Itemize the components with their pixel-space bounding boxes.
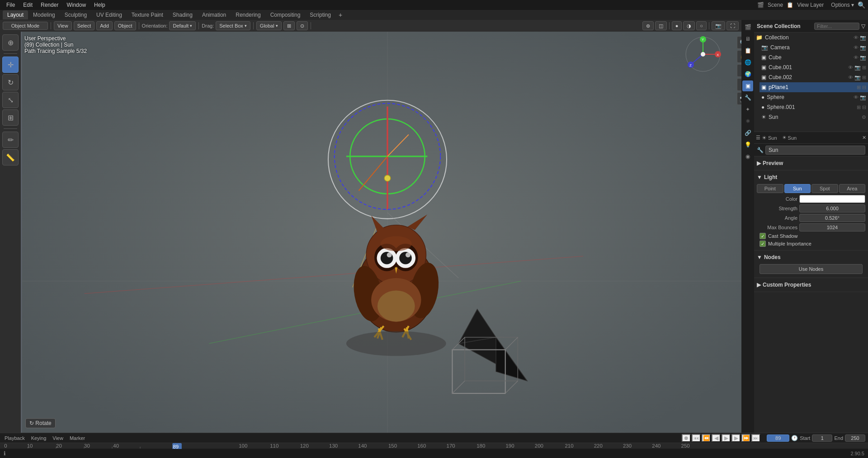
physics-props-icon[interactable]: ⚛ [742,116,753,127]
multiple-importance-checkbox[interactable]: ✓ [760,241,766,247]
playback-menu[interactable]: Playback [3,435,27,441]
particles-props-icon[interactable]: ✦ [742,104,753,115]
tab-layout[interactable]: Layout [3,10,28,19]
menu-edit[interactable]: Edit [19,1,36,9]
transform-dropdown[interactable]: Global ▾ [256,21,282,30]
prev-frame-btn[interactable]: ⏪ [702,434,711,442]
outliner-search[interactable] [814,23,859,30]
main-viewport[interactable]: User Perspective (89) Collection | Sun P… [21,32,754,433]
measure-tool[interactable]: 📏 [2,149,19,165]
tab-compositing[interactable]: Compositing [266,10,305,19]
jump-end-btn[interactable]: ⏭ [751,434,760,442]
light-section-header[interactable]: ▼ Light [757,172,865,182]
maximize-btn[interactable]: ⛶ [726,21,739,30]
data-props-icon[interactable]: 💡 [742,139,753,150]
record-btn[interactable]: ⏺ [682,434,691,442]
tab-rendering[interactable]: Rendering [231,10,265,19]
next-frame-btn[interactable]: ⏩ [741,434,750,442]
tab-animation[interactable]: Animation [198,10,231,19]
marker-menu[interactable]: Marker [68,435,87,441]
view-layer-name[interactable]: View Layer [797,2,824,8]
annotate-tool[interactable]: ✏ [2,132,19,148]
select-menu[interactable]: Select [74,21,95,30]
render-props-icon[interactable]: 🎬 [742,22,753,33]
transform-tool[interactable]: ⊞ [2,109,19,126]
next-keyframe-btn[interactable]: ▶ [731,434,741,442]
menu-file[interactable]: File [3,1,19,9]
options-btn[interactable]: Options ▾ [831,2,854,8]
object-menu[interactable]: Object [114,21,136,30]
outliner-item-cube001[interactable]: ▣ Cube.001 👁 📷 ⊞ [760,62,868,72]
play-btn[interactable]: ▶ [722,434,731,442]
custom-props-header[interactable]: ▶ Custom Properties [757,280,865,290]
scene-name[interactable]: Scene [768,2,783,8]
view-menu[interactable]: View [54,21,72,30]
light-tab-area[interactable]: Area [839,184,866,193]
color-value[interactable] [799,195,865,203]
prev-keyframe-btn[interactable]: ◀ [712,434,721,442]
tab-add[interactable]: + [336,10,345,19]
prop-name-input[interactable] [765,146,865,155]
tab-uv-editing[interactable]: UV Editing [92,10,127,19]
end-frame-field[interactable] [845,434,865,442]
solid-shading-btn[interactable]: ● [672,21,682,30]
add-menu[interactable]: Add [96,21,113,30]
rotate-tool[interactable]: ↻ [2,74,19,90]
outliner-item-camera[interactable]: 📷 Camera 👁 📷 [760,42,868,52]
tab-shading[interactable]: Shading [168,10,197,19]
overlay-btn[interactable]: ⊚ [642,21,654,30]
prop-close-icon[interactable]: ✕ [862,135,866,141]
rendered-shading-btn[interactable]: ○ [696,21,707,30]
modifier-props-icon[interactable]: 🔧 [742,92,753,103]
current-frame-field[interactable] [767,434,789,442]
tab-modeling[interactable]: Modeling [28,10,60,19]
tab-texture-paint[interactable]: Texture Paint [127,10,168,19]
object-props-icon[interactable]: ▣ [742,80,753,91]
outliner-item-sphere[interactable]: ● Sphere 👁 📷 [760,92,868,102]
proportional-btn[interactable]: ⊙ [297,21,308,30]
select-box-dropdown[interactable]: Select Box ▾ [216,21,250,30]
outliner-item-sun[interactable]: ☀ Sun ⚙ [760,112,868,122]
menu-help[interactable]: Help [90,1,109,9]
keying-menu[interactable]: Keying [29,435,48,441]
snap-btn[interactable]: ⊞ [283,21,295,30]
start-frame-field[interactable] [812,434,832,442]
constraints-props-icon[interactable]: 🔗 [742,127,753,138]
nodes-header[interactable]: ▼ Nodes [757,252,865,262]
menu-window[interactable]: Window [63,1,90,9]
light-tab-point[interactable]: Point [757,184,783,193]
jump-start-btn[interactable]: ⏮ [692,434,701,442]
outliner-item-pplane1[interactable]: ▣ pPlane1 ⊞ ⊟ [760,82,868,92]
cursor-tool[interactable]: ⊕ [2,34,19,51]
orientation-dropdown[interactable]: Default ▾ [169,21,196,30]
world-props-icon[interactable]: 🌍 [742,69,753,80]
outliner-item-collection[interactable]: 📁 Collection 👁 📷 [754,33,868,42]
move-tool[interactable]: ✛ [2,57,19,73]
light-tab-spot[interactable]: Spot [811,184,838,193]
output-props-icon[interactable]: 🖥 [742,33,753,44]
tab-scripting[interactable]: Scripting [305,10,335,19]
material-props-icon[interactable]: ◉ [742,151,753,162]
outliner-filter-icon[interactable]: ▽ [861,23,865,29]
scale-tool[interactable]: ⤡ [2,92,19,108]
light-tab-sun[interactable]: Sun [784,184,811,193]
rotate-button[interactable]: ↻ Rotate [25,418,56,428]
cast-shadow-checkbox[interactable]: ✓ [760,233,766,239]
outliner-item-cube002[interactable]: ▣ Cube.002 👁 📷 ⊞ [760,72,868,82]
tab-sculpting[interactable]: Sculpting [60,10,91,19]
preview-header[interactable]: ▶ Preview [757,158,865,168]
xray-btn[interactable]: ◫ [655,21,667,30]
material-shading-btn[interactable]: ◑ [683,21,695,30]
use-nodes-button[interactable]: Use Nodes [760,264,863,274]
nav-gizmo[interactable]: X Y Z [684,35,722,74]
prop-icon-filter[interactable]: ☰ [756,135,760,141]
outliner-item-cube[interactable]: ▣ Cube 👁 📷 [760,52,868,62]
max-bounces-value[interactable]: 1024 [799,223,865,231]
object-mode-dropdown[interactable]: Object Mode [3,22,48,30]
view-menu-tl[interactable]: View [51,435,65,441]
search-icon[interactable]: 🔍 [858,1,865,9]
view-layer-props-icon[interactable]: 📋 [742,45,753,56]
camera-view-btn[interactable]: 📷 [712,21,725,30]
prop-icon-light[interactable]: ☀ [762,135,767,141]
outliner-item-sphere001[interactable]: ● Sphere.001 ⊞ ⊟ [760,102,868,112]
